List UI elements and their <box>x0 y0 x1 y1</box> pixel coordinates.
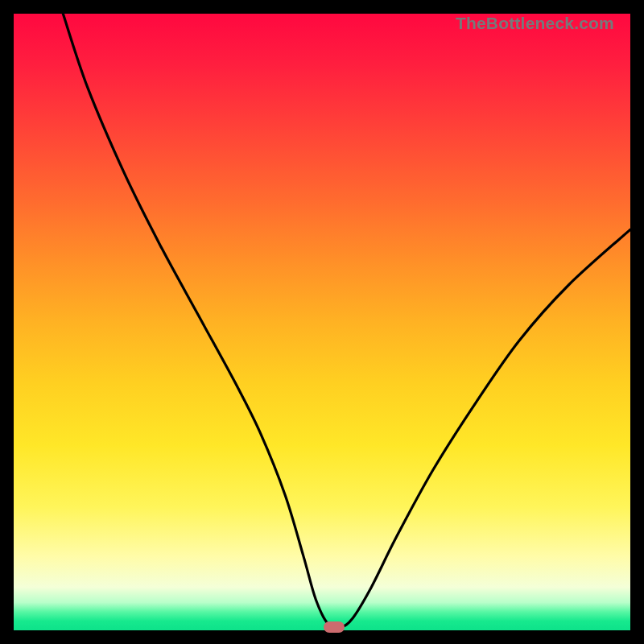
bottleneck-curve <box>14 14 630 630</box>
minimum-marker <box>324 621 345 633</box>
plot-area: TheBottleneck.com <box>14 14 630 630</box>
chart-frame: TheBottleneck.com <box>0 0 644 644</box>
